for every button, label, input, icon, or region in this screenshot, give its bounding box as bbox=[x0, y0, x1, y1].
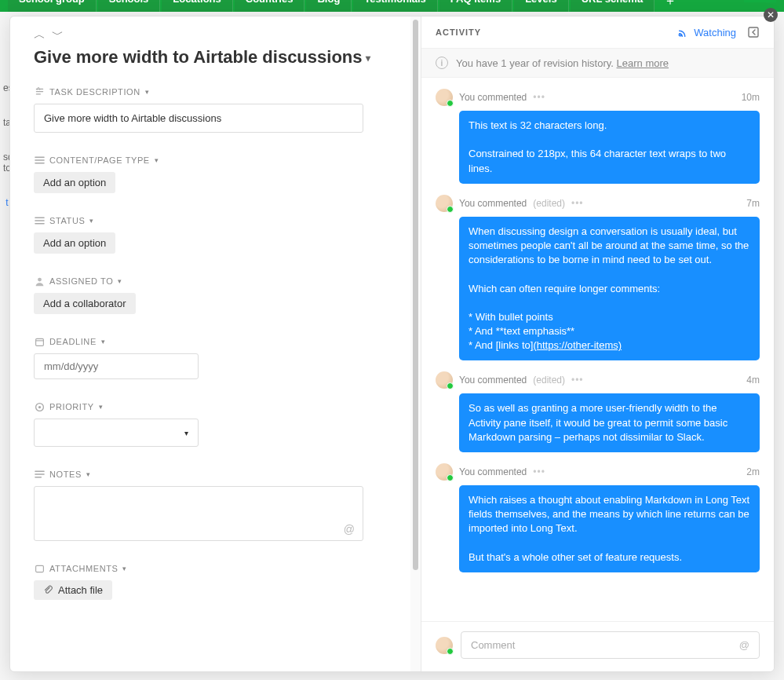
top-nav: School group Schools Locations Countries… bbox=[0, 0, 784, 12]
nav-tab[interactable]: Schools bbox=[98, 0, 161, 12]
nav-tab[interactable]: Testimonials bbox=[353, 0, 438, 12]
nav-tab[interactable]: School group bbox=[8, 0, 97, 12]
nav-tab[interactable]: URL schema bbox=[571, 0, 655, 12]
nav-tab[interactable]: Countries bbox=[235, 0, 305, 12]
share-button[interactable]: SHA bbox=[744, 0, 776, 2]
nav-tab[interactable]: Locations bbox=[162, 0, 232, 12]
add-table-button[interactable]: ＋ bbox=[656, 0, 684, 9]
nav-tab[interactable]: Blog bbox=[306, 0, 352, 12]
nav-tab[interactable]: Levels bbox=[514, 0, 568, 12]
nav-tab[interactable]: FAQ items bbox=[439, 0, 512, 12]
